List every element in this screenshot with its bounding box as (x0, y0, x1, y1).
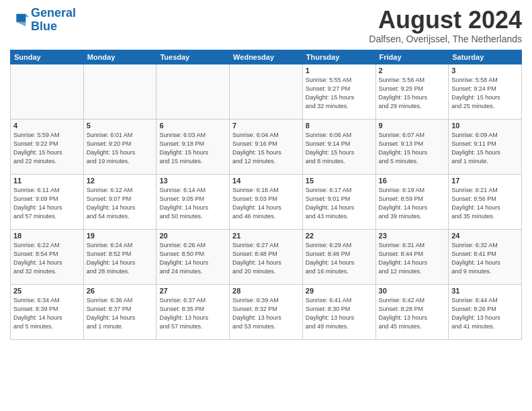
calendar-cell: 20Sunrise: 6:26 AM Sunset: 8:50 PM Dayli… (157, 229, 230, 284)
calendar-week-1: 1Sunrise: 5:55 AM Sunset: 9:27 PM Daylig… (11, 64, 522, 119)
day-info: Sunrise: 6:04 AM Sunset: 9:16 PM Dayligh… (232, 131, 300, 166)
day-info: Sunrise: 6:14 AM Sunset: 9:05 PM Dayligh… (159, 186, 226, 221)
calendar-cell: 12Sunrise: 6:12 AM Sunset: 9:07 PM Dayli… (83, 174, 157, 229)
day-info: Sunrise: 6:34 AM Sunset: 8:39 PM Dayligh… (13, 296, 81, 331)
calendar-cell (83, 64, 157, 119)
subtitle: Dalfsen, Overijssel, The Netherlands (369, 34, 522, 44)
calendar-cell: 4Sunrise: 5:59 AM Sunset: 9:22 PM Daylig… (11, 119, 84, 174)
day-number: 28 (232, 287, 300, 295)
calendar-cell: 3Sunrise: 5:58 AM Sunset: 9:24 PM Daylig… (449, 64, 522, 119)
header-day-friday: Friday (375, 50, 449, 64)
day-info: Sunrise: 6:39 AM Sunset: 8:32 PM Dayligh… (232, 296, 300, 331)
header-day-sunday: Sunday (11, 50, 84, 64)
day-info: Sunrise: 6:19 AM Sunset: 8:59 PM Dayligh… (379, 186, 446, 221)
calendar-cell: 11Sunrise: 6:11 AM Sunset: 9:09 PM Dayli… (11, 174, 84, 229)
day-number: 26 (87, 287, 154, 295)
calendar-cell: 14Sunrise: 6:16 AM Sunset: 9:03 PM Dayli… (230, 174, 303, 229)
calendar-cell: 26Sunrise: 6:36 AM Sunset: 8:37 PM Dayli… (83, 284, 157, 339)
day-number: 23 (379, 232, 446, 240)
header-day-tuesday: Tuesday (157, 50, 230, 64)
day-number: 14 (232, 177, 300, 185)
day-info: Sunrise: 6:03 AM Sunset: 9:18 PM Dayligh… (159, 131, 226, 166)
day-info: Sunrise: 6:27 AM Sunset: 8:48 PM Dayligh… (232, 241, 300, 276)
day-number: 4 (13, 122, 81, 130)
calendar-cell: 2Sunrise: 5:56 AM Sunset: 9:25 PM Daylig… (375, 64, 449, 119)
day-info: Sunrise: 6:44 AM Sunset: 8:26 PM Dayligh… (451, 296, 519, 331)
logo-blue: Blue (31, 19, 57, 33)
calendar-cell: 6Sunrise: 6:03 AM Sunset: 9:18 PM Daylig… (157, 119, 230, 174)
day-info: Sunrise: 6:31 AM Sunset: 8:44 PM Dayligh… (379, 241, 446, 276)
logo-text: General Blue (31, 7, 76, 34)
day-info: Sunrise: 6:11 AM Sunset: 9:09 PM Dayligh… (13, 186, 81, 221)
day-number: 5 (87, 122, 154, 130)
day-number: 31 (451, 287, 519, 295)
calendar-cell (157, 64, 230, 119)
day-info: Sunrise: 6:17 AM Sunset: 9:01 PM Dayligh… (306, 186, 373, 221)
day-number: 11 (13, 177, 81, 185)
day-info: Sunrise: 6:09 AM Sunset: 9:11 PM Dayligh… (451, 131, 519, 166)
day-number: 19 (87, 232, 154, 240)
day-info: Sunrise: 6:24 AM Sunset: 8:52 PM Dayligh… (87, 241, 154, 276)
day-info: Sunrise: 6:41 AM Sunset: 8:30 PM Dayligh… (306, 296, 373, 331)
header-day-wednesday: Wednesday (230, 50, 303, 64)
day-number: 13 (159, 177, 226, 185)
calendar-cell: 31Sunrise: 6:44 AM Sunset: 8:26 PM Dayli… (449, 284, 522, 339)
day-info: Sunrise: 5:59 AM Sunset: 9:22 PM Dayligh… (13, 131, 81, 166)
svg-marker-0 (16, 13, 26, 21)
day-number: 12 (87, 177, 154, 185)
day-info: Sunrise: 6:37 AM Sunset: 8:35 PM Dayligh… (159, 296, 226, 331)
day-info: Sunrise: 6:26 AM Sunset: 8:50 PM Dayligh… (159, 241, 226, 276)
day-number: 6 (159, 122, 226, 130)
day-number: 10 (451, 122, 519, 130)
calendar-cell: 10Sunrise: 6:09 AM Sunset: 9:11 PM Dayli… (449, 119, 522, 174)
day-number: 30 (379, 287, 446, 295)
calendar-cell (11, 64, 84, 119)
calendar-cell: 24Sunrise: 6:32 AM Sunset: 8:41 PM Dayli… (449, 229, 522, 284)
svg-marker-1 (16, 22, 26, 27)
header: General Blue August 2024 Dalfsen, Overij… (10, 7, 522, 44)
calendar-cell: 15Sunrise: 6:17 AM Sunset: 9:01 PM Dayli… (302, 174, 375, 229)
logo: General Blue (10, 7, 76, 34)
day-info: Sunrise: 6:32 AM Sunset: 8:41 PM Dayligh… (451, 241, 519, 276)
calendar-cell: 19Sunrise: 6:24 AM Sunset: 8:52 PM Dayli… (83, 229, 157, 284)
day-number: 15 (306, 177, 373, 185)
day-info: Sunrise: 6:06 AM Sunset: 9:14 PM Dayligh… (306, 131, 373, 166)
calendar-cell: 22Sunrise: 6:29 AM Sunset: 8:46 PM Dayli… (302, 229, 375, 284)
calendar-cell: 13Sunrise: 6:14 AM Sunset: 9:05 PM Dayli… (157, 174, 230, 229)
title-block: August 2024 Dalfsen, Overijssel, The Net… (369, 7, 522, 44)
day-number: 8 (306, 122, 373, 130)
header-day-monday: Monday (83, 50, 157, 64)
day-info: Sunrise: 6:29 AM Sunset: 8:46 PM Dayligh… (306, 241, 373, 276)
day-info: Sunrise: 6:22 AM Sunset: 8:54 PM Dayligh… (13, 241, 81, 276)
calendar-cell: 7Sunrise: 6:04 AM Sunset: 9:16 PM Daylig… (230, 119, 303, 174)
day-number: 29 (306, 287, 373, 295)
day-info: Sunrise: 5:56 AM Sunset: 9:25 PM Dayligh… (379, 76, 446, 111)
day-info: Sunrise: 6:21 AM Sunset: 8:56 PM Dayligh… (451, 186, 519, 221)
day-number: 9 (379, 122, 446, 130)
calendar-week-3: 11Sunrise: 6:11 AM Sunset: 9:09 PM Dayli… (11, 174, 522, 229)
calendar: SundayMondayTuesdayWednesdayThursdayFrid… (10, 50, 522, 340)
day-number: 27 (159, 287, 226, 295)
calendar-cell: 9Sunrise: 6:07 AM Sunset: 9:13 PM Daylig… (375, 119, 449, 174)
calendar-cell: 29Sunrise: 6:41 AM Sunset: 8:30 PM Dayli… (302, 284, 375, 339)
calendar-cell: 16Sunrise: 6:19 AM Sunset: 8:59 PM Dayli… (375, 174, 449, 229)
month-title: August 2024 (369, 7, 522, 34)
calendar-week-4: 18Sunrise: 6:22 AM Sunset: 8:54 PM Dayli… (11, 229, 522, 284)
day-info: Sunrise: 6:42 AM Sunset: 8:28 PM Dayligh… (379, 296, 446, 331)
day-number: 18 (13, 232, 81, 240)
calendar-cell (230, 64, 303, 119)
day-info: Sunrise: 5:55 AM Sunset: 9:27 PM Dayligh… (306, 76, 373, 111)
day-info: Sunrise: 6:36 AM Sunset: 8:37 PM Dayligh… (87, 296, 154, 331)
day-number: 3 (451, 66, 519, 75)
day-number: 25 (13, 287, 81, 295)
day-info: Sunrise: 6:01 AM Sunset: 9:20 PM Dayligh… (87, 131, 154, 166)
calendar-cell: 17Sunrise: 6:21 AM Sunset: 8:56 PM Dayli… (449, 174, 522, 229)
logo-general: General (31, 6, 76, 19)
logo-icon (10, 11, 29, 30)
calendar-cell: 5Sunrise: 6:01 AM Sunset: 9:20 PM Daylig… (83, 119, 157, 174)
calendar-cell: 25Sunrise: 6:34 AM Sunset: 8:39 PM Dayli… (11, 284, 84, 339)
page: General Blue August 2024 Dalfsen, Overij… (0, 0, 532, 411)
calendar-week-2: 4Sunrise: 5:59 AM Sunset: 9:22 PM Daylig… (11, 119, 522, 174)
header-day-thursday: Thursday (302, 50, 375, 64)
calendar-cell: 27Sunrise: 6:37 AM Sunset: 8:35 PM Dayli… (157, 284, 230, 339)
